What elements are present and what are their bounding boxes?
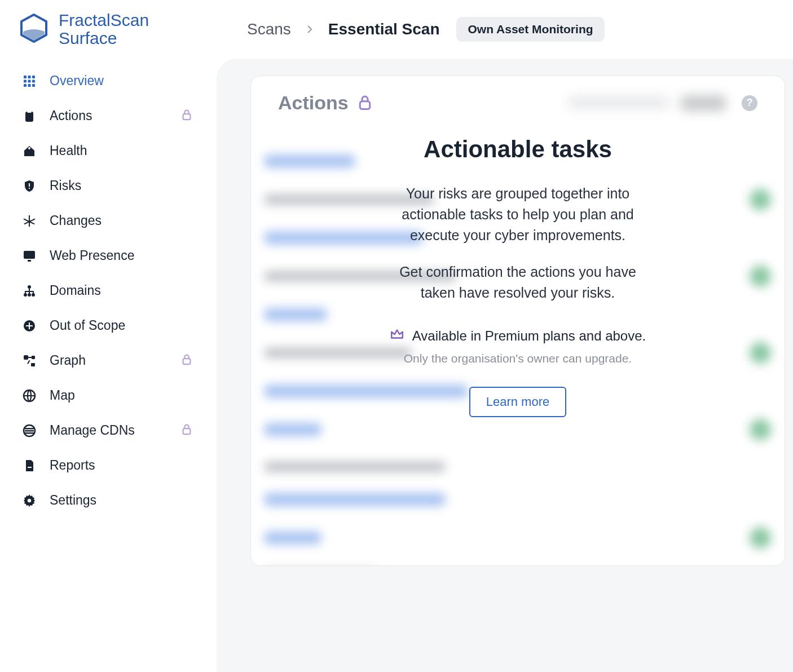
monitor-icon xyxy=(21,248,37,264)
actions-card: Actions ? xyxy=(250,76,785,566)
file-icon xyxy=(21,458,37,474)
house-plus-icon xyxy=(21,143,37,159)
sidebar: FractalScan Surface Overview Actions Hea… xyxy=(0,0,217,672)
hexagon-logo-icon xyxy=(18,12,50,46)
sidebar-item-out-of-scope[interactable]: Out of Scope xyxy=(16,308,206,343)
crown-icon xyxy=(390,327,404,345)
sidebar-item-map[interactable]: Map xyxy=(16,378,206,413)
sidebar-item-label: Out of Scope xyxy=(50,318,125,333)
lock-icon xyxy=(180,108,206,124)
owner-upgrade-note: Only the organisation's owner can upgrad… xyxy=(404,352,632,365)
lock-icon xyxy=(180,353,206,369)
sidebar-item-label: Reports xyxy=(50,458,95,473)
sidebar-item-web-presence[interactable]: Web Presence xyxy=(16,238,206,273)
sidebar-item-label: Risks xyxy=(50,178,81,193)
sidebar-item-health[interactable]: Health xyxy=(16,134,206,169)
sidebar-item-label: Settings xyxy=(50,493,96,508)
gear-icon xyxy=(21,493,37,509)
scan-type-badge: Own Asset Monitoring xyxy=(456,17,604,42)
header: Scans Essential Scan Own Asset Monitorin… xyxy=(217,0,793,59)
sidebar-item-actions[interactable]: Actions xyxy=(16,99,206,134)
premium-text: Available in Premium plans and above. xyxy=(412,328,646,344)
overlay-title: Actionable tasks xyxy=(424,136,612,163)
brand-name: FractalScan Surface xyxy=(59,11,149,48)
sidebar-item-label: Graph xyxy=(50,353,86,368)
sidebar-item-overview[interactable]: Overview xyxy=(16,64,206,99)
sidebar-nav: Overview Actions Health Risks Changes xyxy=(16,64,206,518)
sidebar-item-graph[interactable]: Graph xyxy=(16,343,206,378)
globe-icon xyxy=(21,388,37,404)
overlay-paragraph: Get confirmation the actions you have ta… xyxy=(382,262,653,303)
premium-availability: Available in Premium plans and above. xyxy=(390,327,646,345)
card-title: Actions xyxy=(278,92,349,114)
grid-icon xyxy=(21,73,37,89)
overlay-paragraph: Your risks are grouped together into act… xyxy=(382,183,653,246)
sitemap-icon xyxy=(21,283,37,299)
sidebar-item-domains[interactable]: Domains xyxy=(16,273,206,308)
sidebar-item-risks[interactable]: Risks xyxy=(16,169,206,204)
sidebar-item-label: Domains xyxy=(50,283,101,298)
asterisk-icon xyxy=(21,213,37,229)
sidebar-item-label: Changes xyxy=(50,213,102,228)
sidebar-item-manage-cdns[interactable]: Manage CDNs xyxy=(16,413,206,448)
sidebar-item-settings[interactable]: Settings xyxy=(16,483,206,518)
globe-bars-icon xyxy=(21,423,37,439)
chevron-right-icon xyxy=(305,21,315,38)
sidebar-item-label: Manage CDNs xyxy=(50,423,135,438)
sidebar-item-changes[interactable]: Changes xyxy=(16,204,206,238)
plus-circle-icon xyxy=(21,318,37,334)
sidebar-item-label: Health xyxy=(50,143,87,158)
graph-nodes-icon xyxy=(21,353,37,369)
clipboard-icon xyxy=(21,108,37,124)
breadcrumb-root[interactable]: Scans xyxy=(247,20,291,38)
learn-more-button[interactable]: Learn more xyxy=(469,387,567,417)
brand-logo[interactable]: FractalScan Surface xyxy=(16,11,206,64)
lock-icon xyxy=(180,423,206,439)
breadcrumb-current: Essential Scan xyxy=(328,20,440,38)
sidebar-item-reports[interactable]: Reports xyxy=(16,448,206,483)
sidebar-item-label: Actions xyxy=(50,108,92,123)
sidebar-item-label: Overview xyxy=(50,73,104,89)
help-icon[interactable]: ? xyxy=(742,95,757,111)
sidebar-item-label: Map xyxy=(50,388,75,403)
shield-alert-icon xyxy=(21,178,37,194)
main-area: Scans Essential Scan Own Asset Monitorin… xyxy=(217,59,793,672)
upsell-overlay: Actionable tasks Your risks are grouped … xyxy=(251,76,785,565)
sidebar-item-label: Web Presence xyxy=(50,248,134,263)
lock-icon xyxy=(356,94,373,113)
